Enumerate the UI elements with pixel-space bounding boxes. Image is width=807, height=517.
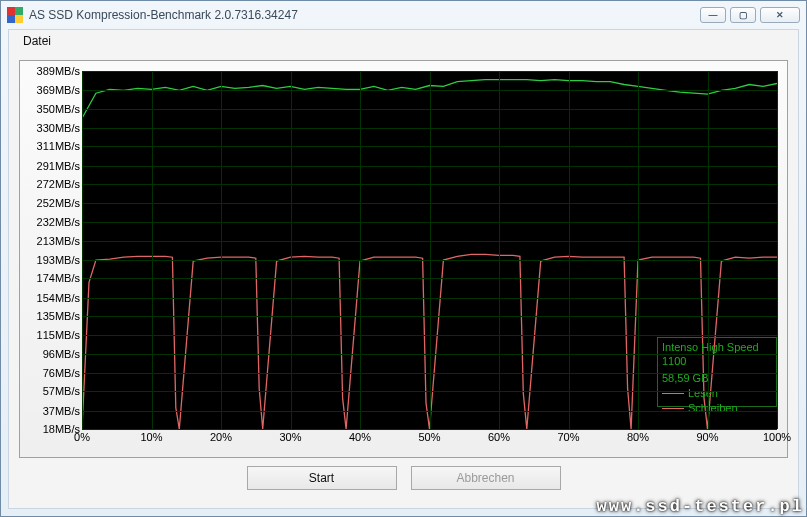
grid-line [430,71,431,429]
x-tick-label: 40% [349,431,371,443]
y-tick-label: 252MB/s [37,197,80,209]
menu-file[interactable]: Datei [17,32,57,50]
y-tick-label: 232MB/s [37,216,80,228]
grid-line [638,71,639,429]
plot-area: Intenso High Speed 1100 58,59 GB Lesen S… [82,71,777,429]
minimize-button[interactable]: — [700,7,726,23]
menu-bar: Datei [9,30,798,52]
y-tick-label: 272MB/s [37,178,80,190]
app-icon [7,7,23,23]
y-tick-label: 96MB/s [43,348,80,360]
legend: Intenso High Speed 1100 58,59 GB Lesen S… [657,337,777,407]
y-tick-label: 350MB/s [37,103,80,115]
grid-line [152,71,153,429]
grid-line [291,71,292,429]
maximize-button[interactable]: ▢ [730,7,756,23]
grid-line [360,71,361,429]
x-tick-label: 100% [763,431,791,443]
x-tick-label: 20% [210,431,232,443]
chart: Intenso High Speed 1100 58,59 GB Lesen S… [26,67,781,451]
y-tick-label: 37MB/s [43,405,80,417]
legend-write-line [662,408,684,409]
client-area: Datei Intenso High Speed 1100 58,59 GB L… [8,29,799,509]
y-tick-label: 311MB/s [37,140,80,152]
x-tick-label: 30% [279,431,301,443]
y-tick-label: 193MB/s [37,254,80,266]
legend-write-label: Schreiben [688,401,738,415]
legend-device: Intenso High Speed [662,340,772,354]
grid-line [569,71,570,429]
x-tick-label: 80% [627,431,649,443]
legend-read-row: Lesen [662,386,772,400]
window-title: AS SSD Kompression-Benchmark 2.0.7316.34… [29,8,700,22]
legend-read-line [662,393,684,394]
x-tick-label: 50% [418,431,440,443]
x-tick-label: 0% [74,431,90,443]
grid-line [82,429,777,430]
y-tick-label: 330MB/s [37,122,80,134]
chart-panel: Intenso High Speed 1100 58,59 GB Lesen S… [19,60,788,458]
titlebar: AS SSD Kompression-Benchmark 2.0.7316.34… [1,1,806,29]
grid-line [82,71,83,429]
legend-model: 1100 [662,354,772,368]
x-tick-label: 70% [557,431,579,443]
legend-write-row: Schreiben [662,401,772,415]
y-tick-label: 213MB/s [37,235,80,247]
app-window: AS SSD Kompression-Benchmark 2.0.7316.34… [0,0,807,517]
y-tick-label: 115MB/s [37,329,80,341]
grid-line [708,71,709,429]
grid-line [221,71,222,429]
button-bar: Start Abbrechen [9,466,798,496]
grid-line [777,71,778,429]
legend-read-label: Lesen [688,386,718,400]
y-tick-label: 135MB/s [37,310,80,322]
abort-button[interactable]: Abbrechen [411,466,561,490]
y-tick-label: 389MB/s [37,65,80,77]
window-buttons: — ▢ ✕ [700,7,800,23]
x-tick-label: 60% [488,431,510,443]
y-tick-label: 154MB/s [37,292,80,304]
y-tick-label: 57MB/s [43,385,80,397]
y-tick-label: 369MB/s [37,84,80,96]
y-tick-label: 174MB/s [37,272,80,284]
x-tick-label: 10% [140,431,162,443]
y-tick-label: 76MB/s [43,367,80,379]
grid-line [499,71,500,429]
start-button[interactable]: Start [247,466,397,490]
y-tick-label: 291MB/s [37,160,80,172]
x-tick-label: 90% [696,431,718,443]
close-button[interactable]: ✕ [760,7,800,23]
